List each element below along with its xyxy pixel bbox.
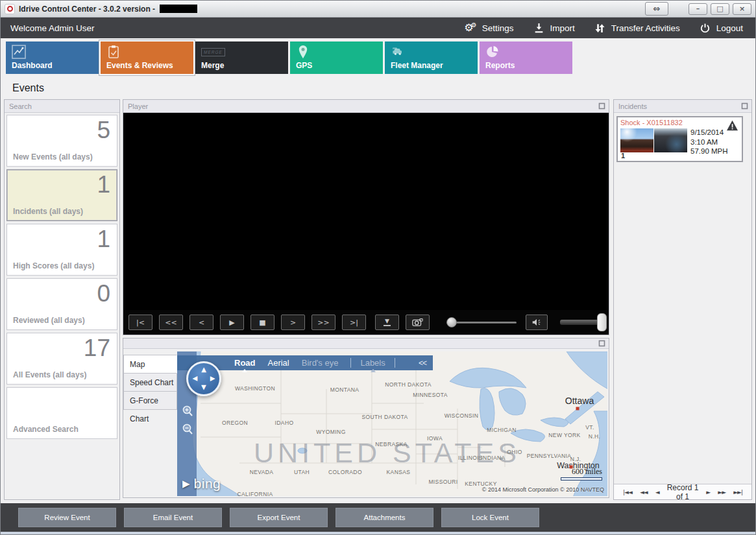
lock-event-button[interactable]: Lock Event [441,508,539,527]
card-label: Advanced Search [13,425,79,434]
first-record-button[interactable]: |◄◄ [619,489,636,495]
map-pan-compass[interactable]: ▲ ▲ ▲ ▲ [186,361,221,396]
app-window: Idrive Control Center - 3.0.2 version - … [0,0,756,535]
play-button[interactable]: ▶ [220,315,244,330]
review-event-button[interactable]: Review Event [18,508,116,527]
map-label: Idaho [275,420,294,426]
volume-slider-thumb[interactable] [597,313,607,331]
volume-slider[interactable] [560,320,605,325]
marker-button[interactable]: ▼ [375,315,399,330]
snapshot-button[interactable] [406,315,430,330]
maximize-panel-icon[interactable] [598,102,605,110]
merge-icon: MERGE [201,45,215,59]
window-title: Idrive Control Center - 3.0.2 version - [19,5,155,14]
pan-left-icon[interactable]: ▲ [191,376,198,381]
map-tab-speed-chart[interactable]: Speed Chart [123,373,177,392]
map-style-aerial[interactable]: Aerial [268,358,289,368]
zoom-in-button[interactable] [181,405,194,418]
toolbar-collapse-button[interactable]: << [419,359,426,368]
redacted-text [160,5,197,13]
next-page-button[interactable]: ►► [714,489,729,495]
maximize-panel-icon[interactable] [741,102,748,110]
import-icon [533,22,544,34]
seek-slider[interactable] [446,322,517,324]
close-button[interactable]: × [733,3,751,15]
map-label: Illinois [458,455,483,461]
map-style-birdseye[interactable]: Bird's eye [302,358,339,368]
stop-button[interactable]: ■ [250,315,274,330]
prev-record-button[interactable]: ◄ [652,489,663,495]
map-label: Pennsylvania [527,453,572,459]
map-label: Wyoming [316,429,345,435]
incident-thumbnail-road[interactable] [620,128,653,152]
card-label: Incidents (all days) [13,207,83,216]
map-label: Colorado [328,469,362,475]
tab-reports[interactable]: Reports [480,42,572,74]
zoom-out-button[interactable] [181,423,194,436]
settings-button[interactable]: ⚙⚙ Settings [464,22,513,34]
map-label: Michigan [487,427,517,433]
step-forward-button[interactable]: > [281,315,305,330]
card-label: High Scores (all days) [13,261,94,270]
search-panel: Search 5 New Events (all days) 1 Inciden… [4,99,120,500]
tab-merge[interactable]: MERGE Merge [195,42,288,74]
fast-forward-button[interactable]: >> [311,315,335,330]
attachments-button[interactable]: Attachments [335,508,433,527]
card-reviewed[interactable]: 0 Reviewed (all days) [6,278,117,330]
record-navigator: |◄◄◄◄◄ Record 1 of 1 ►►►►►| [614,484,751,499]
map-label: Vt. [585,424,594,431]
map-label: Kansas [387,469,411,475]
map-label: Montana [330,386,360,393]
map-label: Wisconsin [445,412,479,419]
pan-right-icon[interactable]: ▲ [210,376,216,381]
incident-card[interactable]: Shock - X01511832 9/15/2014 3:10 AM 57.9… [616,116,743,162]
map-canvas[interactable]: RoadAerialBird's eyeLabels << ▲ ▲ ▲ ▲ UN… [177,351,607,496]
map-label: Iowa [427,435,443,442]
card-all-events[interactable]: 17 All Events (all days) [6,333,117,385]
seek-slider-thumb[interactable] [446,317,457,327]
record-count-label: Record 1 of 1 [663,483,703,501]
logout-button[interactable]: Logout [700,22,743,34]
card-incidents[interactable]: 1 Incidents (all days) [6,169,117,221]
video-area[interactable] [123,113,609,310]
player-panel-title: Player [128,102,148,110]
tab-gps[interactable]: GPS [290,42,383,74]
card-label: Reviewed (all days) [13,316,85,325]
map-labels-toggle[interactable]: Labels [350,358,395,368]
tab-dashboard[interactable]: Dashboard [6,42,99,74]
maximize-button[interactable]: □ [711,3,729,15]
search-panel-title: Search [9,102,32,110]
minimize-button[interactable]: – [689,3,707,15]
pan-up-icon[interactable]: ▲ [201,366,206,373]
tab-events-reviews[interactable]: Events & Reviews [101,42,193,74]
import-button[interactable]: Import [533,22,574,34]
pan-down-icon[interactable]: ▲ [201,385,206,391]
incident-speed: 57.90 MPH [690,147,728,156]
skip-end-button[interactable]: >| [342,315,366,330]
map-label: Ohio [507,449,522,455]
incident-thumbnail-cabin[interactable] [654,128,687,152]
map-style-road[interactable]: Road [234,358,256,368]
transfer-activities-button[interactable]: Transfer Activities [594,22,680,34]
next-record-button[interactable]: ► [702,489,714,495]
mute-button[interactable] [526,315,548,330]
resize-button[interactable]: ⇔ [645,2,668,16]
email-event-button[interactable]: Email Event [124,508,222,527]
card-advanced-search[interactable]: Advanced Search [6,387,117,439]
prev-page-button[interactable]: ◄◄ [636,489,652,495]
step-back-button[interactable]: < [189,315,213,330]
map-tab-gforce-chart[interactable]: G-Force Chart [123,391,177,410]
rewind-button[interactable]: << [159,315,183,330]
incident-title: Shock - X01511832 [620,119,739,126]
last-record-button[interactable]: ►►| [729,489,746,495]
map-copyright: © 2014 Microsoft Corporation © 2010 NAVT… [482,486,604,493]
export-event-button[interactable]: Export Event [230,508,328,527]
maximize-panel-icon[interactable] [598,340,605,347]
tab-fleet-manager[interactable]: Fleet Manager [385,42,478,74]
map-tab-map[interactable]: Map [123,355,177,374]
map-label: Missouri [428,479,457,485]
card-new-events[interactable]: 5 New Events (all days) [6,115,117,167]
skip-start-button[interactable]: |< [128,315,152,330]
card-high-scores[interactable]: 1 High Scores (all days) [6,224,117,276]
app-logo-icon [5,4,15,14]
